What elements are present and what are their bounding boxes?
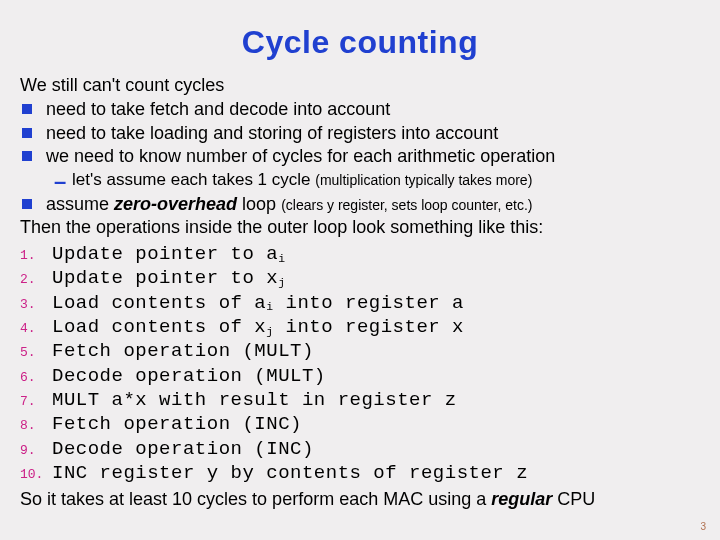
intro-line: We still can't count cycles [20, 75, 700, 96]
op-number: 9. [20, 443, 52, 460]
bullet-item: need to take loading and storing of regi… [20, 122, 700, 145]
operations-list: 1. Update pointer to ai 2. Update pointe… [20, 242, 700, 485]
operation-item: 8. Fetch operation (INC) [20, 412, 700, 436]
op-text: Decode operation (INC) [52, 437, 314, 461]
bullet-item: need to take fetch and decode into accou… [20, 98, 700, 121]
square-bullet-icon [22, 104, 32, 114]
op-number: 1. [20, 248, 52, 265]
dash-icon: – [54, 171, 72, 193]
sub-bullet-item: – let's assume each takes 1 cycle (multi… [54, 169, 700, 193]
conclusion-line: So it takes at least 10 cycles to perfor… [20, 489, 700, 510]
op-number: 6. [20, 370, 52, 387]
operation-item: 5. Fetch operation (MULT) [20, 339, 700, 363]
op-number: 4. [20, 321, 52, 338]
op-number: 10. [20, 467, 52, 484]
bullet-text: assume zero-overhead loop (clears y regi… [46, 193, 532, 216]
op-text: MULT a*x with result in register z [52, 388, 457, 412]
bullet-text: need to take fetch and decode into accou… [46, 98, 390, 121]
operation-item: 3. Load contents of ai into register a [20, 291, 700, 315]
bullet-text: need to take loading and storing of regi… [46, 122, 498, 145]
square-bullet-icon [22, 128, 32, 138]
op-number: 3. [20, 297, 52, 314]
square-bullet-icon [22, 151, 32, 161]
op-text: INC register y by contents of register z [52, 461, 528, 485]
op-text: Load contents of ai into register a [52, 291, 464, 315]
op-text: Update pointer to ai [52, 242, 285, 266]
operation-item: 2. Update pointer to xj [20, 266, 700, 290]
bullet-list: need to take fetch and decode into accou… [20, 98, 700, 215]
op-number: 2. [20, 272, 52, 289]
page-number: 3 [700, 521, 706, 532]
sub-bullet-text: let's assume each takes 1 cycle (multipl… [72, 169, 532, 190]
bullet-item: assume zero-overhead loop (clears y regi… [20, 193, 700, 216]
square-bullet-icon [22, 199, 32, 209]
op-text: Decode operation (MULT) [52, 364, 326, 388]
op-number: 7. [20, 394, 52, 411]
op-text: Fetch operation (INC) [52, 412, 302, 436]
op-text: Fetch operation (MULT) [52, 339, 314, 363]
operation-item: 10. INC register y by contents of regist… [20, 461, 700, 485]
bullet-text: we need to know number of cycles for eac… [46, 145, 555, 168]
operation-item: 1. Update pointer to ai [20, 242, 700, 266]
op-number: 5. [20, 345, 52, 362]
slide: Cycle counting We still can't count cycl… [0, 0, 720, 540]
slide-title: Cycle counting [20, 24, 700, 61]
bullet-item: we need to know number of cycles for eac… [20, 145, 700, 168]
operation-item: 6. Decode operation (MULT) [20, 364, 700, 388]
operation-item: 4. Load contents of xj into register x [20, 315, 700, 339]
op-text: Update pointer to xj [52, 266, 285, 290]
operation-item: 7. MULT a*x with result in register z [20, 388, 700, 412]
op-text: Load contents of xj into register x [52, 315, 464, 339]
op-number: 8. [20, 418, 52, 435]
operation-item: 9. Decode operation (INC) [20, 437, 700, 461]
transition-line: Then the operations inside the outer loo… [20, 217, 700, 238]
